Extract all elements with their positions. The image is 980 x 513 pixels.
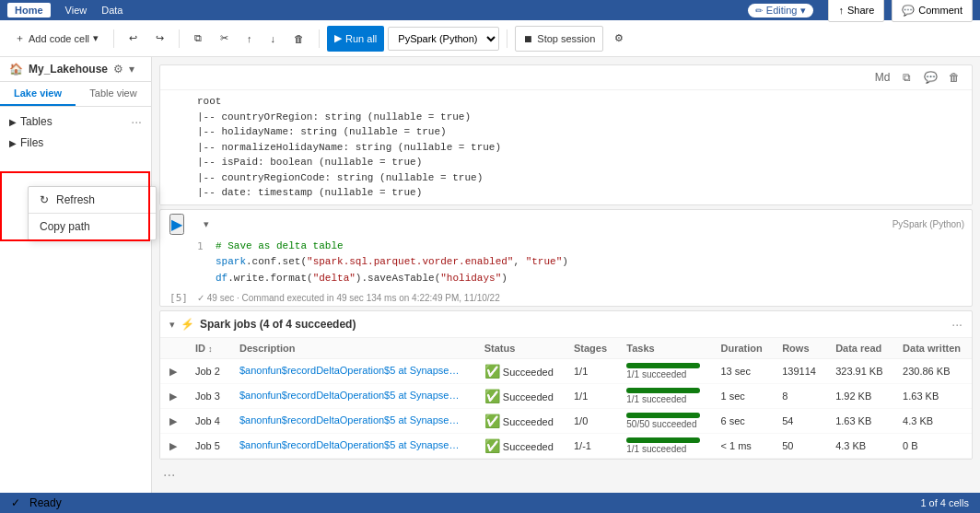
tab-lake-view[interactable]: Lake view bbox=[0, 82, 76, 106]
row-expand-icon[interactable]: ▶ bbox=[169, 391, 177, 402]
status-icon: ✅ bbox=[484, 389, 500, 403]
th-description[interactable]: Description bbox=[230, 338, 475, 359]
redo-button[interactable]: ↪ bbox=[148, 26, 171, 52]
th-id[interactable]: ID ↕ bbox=[186, 338, 230, 359]
cell-delete-btn[interactable]: 🗑 bbox=[944, 67, 964, 87]
td-description[interactable]: $anonfun$recordDeltaOperation$5 at Synap… bbox=[230, 384, 475, 409]
row-expand-icon[interactable]: ▶ bbox=[169, 366, 177, 377]
more-cells-btn[interactable]: ··· bbox=[152, 463, 980, 487]
td-expand[interactable]: ▶ bbox=[160, 384, 186, 409]
description-link[interactable]: $anonfun$recordDeltaOperation$5 at Synap… bbox=[239, 365, 461, 376]
cell-collapse-icon: ▾ bbox=[204, 218, 209, 229]
th-duration[interactable]: Duration bbox=[711, 338, 773, 359]
th-data-written[interactable]: Data written bbox=[893, 338, 972, 359]
tasks-progress-fill bbox=[626, 413, 700, 418]
copy-button[interactable]: ⧉ bbox=[187, 26, 209, 52]
tasks-label: 1/1 succeeded bbox=[626, 394, 702, 404]
main-layout: 🏠 My_Lakehouse ⚙ ▾ Lake view Table view … bbox=[0, 57, 980, 513]
tasks-progress-bar bbox=[626, 388, 700, 393]
context-refresh[interactable]: ↻ Refresh bbox=[29, 187, 156, 213]
cell-md-btn[interactable]: Md bbox=[872, 67, 892, 87]
row-expand-icon[interactable]: ▶ bbox=[169, 440, 177, 451]
row-expand-icon[interactable]: ▶ bbox=[169, 415, 177, 426]
context-copy-path[interactable]: Copy path bbox=[29, 214, 156, 239]
th-tasks[interactable]: Tasks bbox=[617, 338, 711, 359]
spark-jobs-table: ID ↕ Description Status Stages Tasks Dur… bbox=[160, 338, 972, 459]
cut-button[interactable]: ✂ bbox=[213, 26, 236, 52]
run-all-button[interactable]: ▶ Run all bbox=[327, 26, 384, 52]
comment-button[interactable]: 💬 Comment bbox=[892, 0, 973, 22]
spark-jobs-more-icon[interactable]: ··· bbox=[951, 317, 962, 332]
cell-2-collapse[interactable]: ▾ bbox=[197, 217, 216, 230]
arrow-icon: ▶ bbox=[9, 117, 17, 127]
comment-label: Comment bbox=[918, 5, 962, 16]
settings-button[interactable]: ⚙ bbox=[607, 26, 631, 52]
sort-id[interactable]: ↕ bbox=[208, 344, 213, 354]
status-icon: ✅ bbox=[484, 414, 500, 428]
undo-button[interactable]: ↩ bbox=[122, 26, 145, 52]
sidebar: 🏠 My_Lakehouse ⚙ ▾ Lake view Table view … bbox=[0, 57, 152, 513]
tree-item-files[interactable]: ▶ Files bbox=[0, 133, 151, 153]
th-rows[interactable]: Rows bbox=[773, 338, 826, 359]
cell-count-text: 1 of 4 cells bbox=[920, 497, 969, 508]
tab-view[interactable]: View bbox=[65, 5, 88, 16]
description-link[interactable]: $anonfun$recordDeltaOperation$5 at Synap… bbox=[239, 439, 461, 450]
tasks-progress-fill bbox=[626, 437, 700, 443]
tab-home[interactable]: Home bbox=[7, 3, 51, 17]
description-link[interactable]: $anonfun$recordDeltaOperation$5 at Synap… bbox=[239, 414, 461, 426]
arrow-icon: ▶ bbox=[9, 138, 17, 148]
cell-2-run-btn[interactable]: ▶ bbox=[169, 214, 184, 235]
tab-data[interactable]: Data bbox=[101, 5, 122, 16]
td-expand[interactable]: ▶ bbox=[160, 409, 186, 434]
td-id: Job 4 bbox=[186, 409, 230, 434]
stop-label: Stop session bbox=[537, 33, 595, 44]
td-expand[interactable]: ▶ bbox=[160, 434, 186, 459]
files-label: Files bbox=[20, 136, 43, 149]
td-rows: 54 bbox=[773, 409, 826, 434]
move-up-button[interactable]: ↑ bbox=[239, 26, 260, 52]
description-link[interactable]: $anonfun$recordDeltaOperation$5 at Synap… bbox=[239, 390, 461, 401]
delete-button[interactable]: 🗑 bbox=[286, 26, 311, 52]
th-data-read[interactable]: Data read bbox=[826, 338, 893, 359]
run-all-label: Run all bbox=[345, 33, 377, 44]
td-description[interactable]: $anonfun$recordDeltaOperation$5 at Synap… bbox=[230, 434, 475, 459]
cell-1-schema-output: root |-- countryOrRegion: string (nullab… bbox=[160, 90, 972, 204]
add-code-cell-button[interactable]: ＋ Add code cell ▾ bbox=[7, 26, 106, 52]
td-description[interactable]: $anonfun$recordDeltaOperation$5 at Synap… bbox=[230, 409, 475, 434]
separator2 bbox=[179, 29, 180, 48]
move-down-button[interactable]: ↓ bbox=[263, 26, 284, 52]
spark-jobs-header[interactable]: ▾ ⚡ Spark jobs (4 of 4 succeeded) ··· bbox=[160, 311, 972, 338]
spark-table-row: ▶ Job 2 $anonfun$recordDeltaOperation$5 … bbox=[160, 359, 972, 384]
line-3-code: df.write.format("delta").saveAsTable("ho… bbox=[216, 273, 508, 284]
lakehouse-settings-icon[interactable]: ⚙ bbox=[113, 63, 123, 76]
tasks-progress-fill bbox=[626, 388, 700, 393]
td-data-read: 4.3 KB bbox=[826, 434, 893, 459]
th-stages[interactable]: Stages bbox=[565, 338, 617, 359]
lakehouse-dropdown-icon[interactable]: ▾ bbox=[129, 63, 134, 76]
sidebar-header: 🏠 My_Lakehouse ⚙ ▾ bbox=[0, 57, 151, 82]
stop-session-button[interactable]: ⏹ Stop session bbox=[515, 26, 603, 52]
spark-jobs-title: Spark jobs (4 of 4 succeeded) bbox=[200, 318, 356, 331]
editing-badge[interactable]: ✏ Editing ▾ bbox=[748, 4, 814, 17]
th-expand bbox=[160, 338, 186, 359]
th-status[interactable]: Status bbox=[475, 338, 565, 359]
dropdown-arrow: ▾ bbox=[800, 5, 806, 17]
status-icon: ✅ bbox=[484, 438, 500, 453]
tree-item-tables[interactable]: ▶ Tables ··· bbox=[0, 111, 151, 133]
schema-line-1: |-- countryOrRegion: string (nullable = … bbox=[197, 110, 961, 125]
schema-line-root: root bbox=[197, 94, 961, 110]
share-button[interactable]: ↑ Share bbox=[828, 0, 884, 22]
td-description[interactable]: $anonfun$recordDeltaOperation$5 at Synap… bbox=[230, 359, 475, 384]
cell-2-code[interactable]: 1 # Save as delta table spark.conf.set("… bbox=[160, 235, 972, 291]
sidebar-tree: ▶ Tables ··· ▶ Files bbox=[0, 107, 151, 157]
tables-more-icon[interactable]: ··· bbox=[131, 114, 142, 129]
cell-2: ▶ ▾ PySpark (Python) 1 # Save as delta t… bbox=[159, 209, 973, 308]
cell-copy-btn[interactable]: ⧉ bbox=[896, 67, 916, 87]
schema-line-4: |-- isPaid: boolean (nullable = true) bbox=[197, 155, 961, 170]
cell-comment-btn[interactable]: 💬 bbox=[920, 67, 940, 87]
kernel-selector[interactable]: PySpark (Python) bbox=[388, 27, 499, 51]
td-id: Job 2 bbox=[186, 359, 230, 384]
td-expand[interactable]: ▶ bbox=[160, 359, 186, 384]
tab-table-view[interactable]: Table view bbox=[76, 82, 151, 106]
notebook-scroll[interactable]: Md ⧉ 💬 🗑 root |-- countryOrRegion: strin… bbox=[152, 57, 980, 513]
